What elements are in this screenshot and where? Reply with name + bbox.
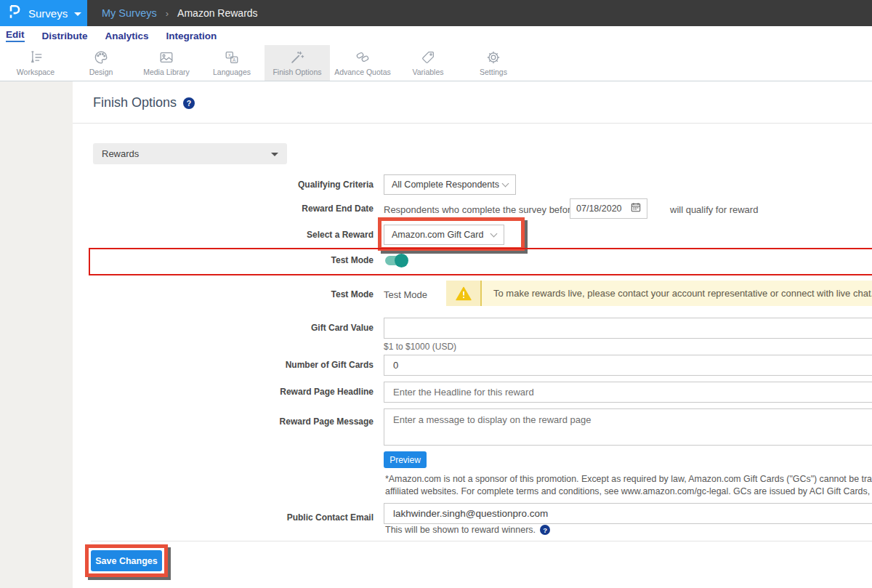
chevron-down-icon (490, 230, 498, 237)
top-bar: Surveys My Surveys › Amazon Rewards (0, 0, 872, 26)
page-title-text: Finish Options (93, 95, 177, 110)
settings-icon (485, 49, 501, 65)
menu-item-integration[interactable]: Integration (166, 31, 217, 41)
gift-card-value-helper: $1 to $1000 (USD) (384, 342, 456, 352)
number-of-gift-cards-input[interactable] (384, 355, 872, 376)
toolbar-item-design[interactable]: Design (68, 45, 134, 81)
test-mode-toggle-label: Test Mode (97, 255, 374, 265)
toolbar-label: Settings (480, 68, 507, 76)
languages-icon: x A (224, 49, 240, 65)
page-title: Finish Options ? (93, 95, 195, 110)
qualifying-criteria-select[interactable]: All Complete Respondents (384, 174, 516, 195)
toolbar-item-languages[interactable]: x A Languages (199, 45, 265, 81)
product-name: Surveys (28, 7, 68, 20)
menu-item-distribute[interactable]: Distribute (42, 31, 88, 41)
reward-end-date-prefix: Respondents who complete the survey befo… (384, 204, 576, 215)
media-library-icon (158, 49, 174, 65)
reward-end-date-suffix: will qualify for reward (670, 204, 758, 215)
warning-icon-cell (446, 281, 480, 306)
amazon-disclaimer-line1: *Amazon.com is not a sponsor of this pro… (385, 474, 872, 484)
toolbar-label: Workspace (17, 68, 54, 76)
menu-item-analytics[interactable]: Analytics (105, 31, 149, 41)
breadcrumb-current: Amazon Rewards (177, 7, 258, 19)
variables-icon (420, 49, 436, 65)
advance-quotas-icon (355, 49, 371, 65)
toolbar-label: Languages (213, 68, 251, 76)
toolbar-item-workspace[interactable]: Workspace (3, 45, 68, 81)
number-of-gift-cards-label: Number of Gift Cards (97, 360, 374, 370)
toolbar-label: Finish Options (272, 68, 321, 76)
public-contact-email-label: Public Contact Email (97, 512, 374, 523)
reward-end-date-input[interactable]: 07/18/2020 (570, 198, 647, 219)
main-menu: Edit Distribute Analytics Integration (0, 26, 872, 45)
reward-end-date-value: 07/18/2020 (576, 204, 631, 214)
screen: Surveys My Surveys › Amazon Rewards Edit… (0, 0, 872, 588)
toolbar-label: Design (89, 68, 113, 76)
select-reward-select[interactable]: Amazon.com Gift Card (384, 225, 504, 245)
chevron-down-icon (271, 153, 278, 156)
warning-text: To make rewards live, please contact you… (482, 281, 872, 306)
workspace-icon (28, 49, 44, 65)
calendar-icon[interactable] (631, 202, 641, 215)
menu-item-edit[interactable]: Edit (6, 29, 25, 42)
reward-page-message-input[interactable] (384, 408, 872, 446)
toolbar-label: Media Library (143, 68, 190, 76)
email-helper-text: This will be shown to reward winners. (385, 525, 536, 535)
surveys-product-menu[interactable]: Surveys (0, 0, 87, 26)
save-changes-button[interactable]: Save Changes (91, 550, 162, 571)
test-mode-info-label: Test Mode (97, 289, 374, 299)
design-icon (93, 49, 109, 65)
public-contact-email-input[interactable] (384, 503, 872, 524)
test-mode-toggle[interactable] (385, 254, 409, 267)
amazon-disclaimer-line2: affiliated websites. For complete terms … (385, 486, 872, 496)
toolbar-item-advance-quotas[interactable]: Advance Quotas (330, 45, 395, 81)
reward-page-headline-label: Reward Page Headline (97, 387, 374, 397)
edit-toolbar: Workspace Design Media Library (0, 45, 872, 81)
reward-page-headline-input[interactable] (384, 382, 872, 403)
warning-triangle-icon (456, 286, 472, 301)
svg-text:A: A (233, 57, 236, 63)
select-reward-label: Select a Reward (97, 230, 374, 240)
rewards-dropdown-value: Rewards (102, 148, 265, 159)
rewards-section-dropdown[interactable]: Rewards (93, 143, 287, 164)
breadcrumb: My Surveys › Amazon Rewards (102, 0, 258, 26)
qualifying-criteria-label: Qualifying Criteria (97, 180, 374, 190)
test-mode-info-value: Test Mode (384, 289, 427, 300)
questionpro-logo-icon (7, 4, 22, 23)
footer-divider (91, 541, 872, 541)
toolbar-item-settings[interactable]: Settings (461, 45, 526, 81)
toolbar-item-media-library[interactable]: Media Library (134, 45, 199, 81)
gift-card-value-input[interactable] (384, 318, 872, 339)
toolbar-label: Advance Quotas (334, 68, 391, 76)
toolbar-label: Variables (413, 68, 444, 76)
preview-button[interactable]: Preview (384, 451, 427, 468)
help-icon[interactable]: ? (183, 97, 195, 109)
select-reward-value: Amazon.com Gift Card (392, 230, 491, 240)
reward-page-message-label: Reward Page Message (97, 416, 374, 427)
qualifying-criteria-value: All Complete Respondents (392, 180, 503, 190)
title-divider (73, 123, 872, 124)
help-icon[interactable]: ? (540, 525, 550, 535)
public-contact-email-helper: This will be shown to reward winners. ? (385, 525, 550, 535)
gift-card-value-label: Gift Card Value (97, 323, 374, 333)
breadcrumb-my-surveys[interactable]: My Surveys (102, 7, 157, 19)
breadcrumb-separator: › (166, 8, 169, 19)
toggle-knob (395, 254, 408, 267)
toolbar-item-finish-options[interactable]: Finish Options (265, 45, 330, 81)
finish-options-icon (289, 49, 305, 65)
test-mode-warning: To make rewards live, please contact you… (446, 281, 872, 306)
toolbar-item-variables[interactable]: Variables (395, 45, 461, 81)
reward-end-date-label: Reward End Date (97, 204, 374, 214)
chevron-down-icon (74, 12, 81, 16)
chevron-down-icon (502, 180, 509, 187)
